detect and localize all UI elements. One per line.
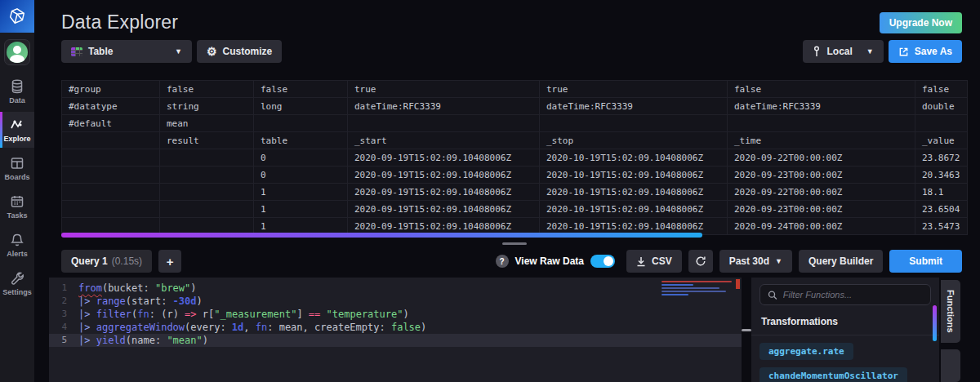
query-builder-button[interactable]: Query Builder: [799, 250, 883, 273]
table-row: 12020-09-19T15:02:09.10408006Z2020-10-19…: [62, 201, 968, 218]
table-cell[interactable]: [254, 115, 348, 132]
sidebar-item-boards[interactable]: Boards: [0, 150, 34, 186]
table-cell[interactable]: [540, 115, 728, 132]
page-title: Data Explorer: [61, 11, 178, 33]
table-cell[interactable]: 20.3463: [915, 167, 968, 184]
time-range-dropdown[interactable]: Past 30d ▼: [719, 250, 792, 273]
table-cell[interactable]: false: [915, 81, 968, 98]
scrollbar-thumb[interactable]: [61, 233, 702, 238]
table-horizontal-scrollbar[interactable]: [61, 233, 968, 238]
table-cell[interactable]: double: [915, 98, 968, 115]
table-cell[interactable]: _value: [915, 132, 968, 149]
sidebar-item-tasks[interactable]: Tasks: [0, 189, 34, 224]
table-cell[interactable]: string: [160, 98, 254, 115]
table-cell[interactable]: dateTime:RFC3339: [728, 98, 915, 115]
table-cell[interactable]: 2020-10-19T15:02:09.10408006Z: [540, 201, 728, 218]
panel-resize-handle[interactable]: [49, 238, 980, 249]
tab-functions[interactable]: Functions: [941, 280, 960, 343]
add-query-button[interactable]: +: [158, 250, 181, 273]
flux-code-editor[interactable]: 1from(bucket: "brew")2 |> range(start: -…: [49, 278, 742, 382]
table-cell[interactable]: #default: [62, 115, 160, 132]
table-cell[interactable]: 23.8672: [915, 149, 968, 167]
code-line[interactable]: 1from(bucket: "brew"): [49, 282, 742, 295]
table-cell[interactable]: 2020-09-23T00:00:00Z: [728, 201, 915, 218]
table-cell[interactable]: 2020-09-19T15:02:09.10408006Z: [348, 149, 540, 167]
upgrade-now-button[interactable]: Upgrade Now: [880, 12, 962, 33]
table-cell[interactable]: 2020-09-19T15:02:09.10408006Z: [348, 184, 540, 201]
query-tab[interactable]: Query 1 (0.15s): [61, 250, 152, 273]
table-cell[interactable]: 2020-09-19T15:02:09.10408006Z: [348, 167, 540, 184]
editor-panel-resize-handle[interactable]: [742, 278, 751, 382]
table-cell[interactable]: true: [540, 81, 728, 98]
sidebar-item-label: Boards: [4, 173, 29, 181]
table-cell[interactable]: 1: [254, 184, 348, 201]
table-cell[interactable]: dateTime:RFC3339: [540, 98, 728, 115]
sidebar-item-explore[interactable]: Explore: [0, 112, 34, 148]
table-cell[interactable]: _stop: [540, 132, 728, 149]
table-cell[interactable]: #datatype: [62, 98, 160, 115]
table-cell[interactable]: [62, 184, 160, 201]
table-cell[interactable]: 2020-09-19T15:02:09.10408006Z: [348, 201, 540, 218]
table-cell[interactable]: false: [254, 81, 348, 98]
table-cell[interactable]: [348, 115, 540, 132]
table-cell[interactable]: [160, 149, 254, 167]
submit-button[interactable]: Submit: [889, 250, 962, 273]
influxdb-logo-icon[interactable]: [0, 0, 34, 33]
save-as-button[interactable]: Save As: [889, 40, 962, 63]
table-cell[interactable]: 2020-09-23T00:00:00Z: [728, 167, 915, 184]
table-cell[interactable]: [62, 201, 160, 218]
table-cell[interactable]: 2020-10-19T15:02:09.10408006Z: [540, 167, 728, 184]
table-cell[interactable]: table: [254, 132, 348, 149]
table-cell[interactable]: 1: [254, 201, 348, 218]
sidebar-item-data[interactable]: Data: [0, 73, 34, 109]
table-cell[interactable]: [62, 167, 160, 184]
table-cell[interactable]: 0: [254, 149, 348, 167]
table-cell[interactable]: long: [254, 98, 348, 115]
view-type-dropdown[interactable]: Table ▼: [61, 40, 192, 63]
chevron-down-icon: ▼: [775, 257, 782, 265]
table-cell[interactable]: [160, 201, 254, 218]
table-cell[interactable]: false: [160, 81, 254, 98]
function-item[interactable]: chandeMomentumOscillator: [760, 367, 907, 382]
table-cell[interactable]: [728, 115, 915, 132]
timezone-dropdown[interactable]: Local ▼: [803, 40, 883, 63]
table-cell[interactable]: result: [160, 132, 254, 149]
functions-scrollbar[interactable]: [933, 305, 937, 341]
table-cell[interactable]: [160, 167, 254, 184]
code-line[interactable]: 3 |> filter(fn: (r) => r["_measurement"]…: [49, 308, 742, 321]
table-cell[interactable]: _time: [728, 132, 915, 149]
table-cell[interactable]: _start: [348, 132, 540, 149]
view-raw-data-toggle[interactable]: [590, 255, 615, 268]
table-cell[interactable]: [62, 149, 160, 167]
filter-functions-input[interactable]: [783, 290, 923, 300]
table-cell[interactable]: 18.1: [915, 184, 968, 201]
function-item[interactable]: aggregate.rate: [760, 343, 853, 360]
table-cell[interactable]: true: [348, 81, 540, 98]
table-cell[interactable]: [62, 132, 160, 149]
table-cell[interactable]: [915, 115, 968, 132]
code-line[interactable]: 4 |> aggregateWindow(every: 1d, fn: mean…: [49, 321, 742, 334]
code-line[interactable]: 2 |> range(start: -30d): [49, 295, 742, 308]
editor-minimap[interactable]: [662, 281, 732, 297]
code-line[interactable]: 5 |> yield(name: "mean"): [49, 334, 742, 347]
code-token: |>: [78, 322, 96, 333]
refresh-button[interactable]: [688, 250, 713, 273]
sidebar-item-alerts[interactable]: Alerts: [0, 227, 34, 263]
sidebar-item-settings[interactable]: Settings: [0, 265, 34, 301]
table-cell[interactable]: 2020-09-22T00:00:00Z: [728, 184, 915, 201]
table-cell[interactable]: #group: [62, 81, 160, 98]
user-avatar[interactable]: [4, 39, 30, 65]
table-cell[interactable]: 0: [254, 167, 348, 184]
customize-button[interactable]: ⚙ Customize: [197, 40, 282, 63]
table-cell[interactable]: 2020-10-19T15:02:09.10408006Z: [540, 184, 728, 201]
table-cell[interactable]: false: [728, 81, 915, 98]
table-cell[interactable]: 23.6504: [915, 201, 968, 218]
table-cell[interactable]: 2020-09-22T00:00:00Z: [728, 149, 915, 167]
table-cell[interactable]: dateTime:RFC3339: [348, 98, 540, 115]
table-cell[interactable]: mean: [160, 115, 254, 132]
tab-secondary-partial[interactable]: [941, 349, 960, 382]
help-icon[interactable]: ?: [496, 255, 509, 268]
table-cell[interactable]: [160, 184, 254, 201]
table-cell[interactable]: 2020-10-19T15:02:09.10408006Z: [540, 149, 728, 167]
csv-download-button[interactable]: CSV: [626, 250, 682, 273]
